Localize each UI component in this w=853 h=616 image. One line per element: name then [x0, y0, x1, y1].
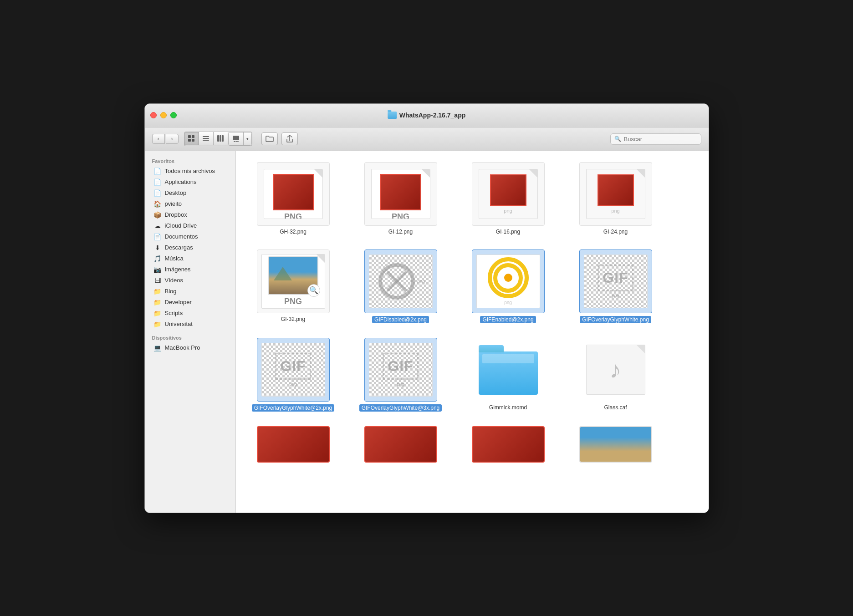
png-label: png: [397, 382, 404, 387]
file-item-partial-2[interactable]: [351, 423, 451, 466]
png-doc-icon: PNG: [371, 169, 430, 219]
file-item-partial-1[interactable]: [243, 423, 343, 466]
gif-large-text: GIF: [388, 358, 413, 375]
all-files-icon: 📄: [154, 168, 161, 175]
column-view-button[interactable]: [214, 132, 228, 145]
close-button[interactable]: [150, 112, 157, 118]
gif-overlay-3x-icon: GIF png: [369, 343, 433, 397]
action-buttons: [261, 132, 298, 145]
sidebar: Favoritos 📄 Todos mis archivos 📄 Applica…: [145, 151, 236, 513]
scripts-icon: 📁: [154, 310, 161, 317]
music-file-icon: ♪: [586, 345, 645, 395]
file-item-partial-3[interactable]: [458, 423, 558, 466]
file-item-gif-disabled[interactable]: png GIFDisabled@2x.png: [351, 246, 451, 327]
partial-thumbnail: [364, 426, 437, 463]
sidebar-item-videos[interactable]: 🎞 Vídeos: [147, 275, 234, 286]
gallery-view-button[interactable]: [229, 132, 243, 145]
file-item-gif-enabled[interactable]: png GIFEnabled@2x.png: [458, 246, 558, 327]
svg-rect-13: [237, 141, 239, 142]
title-text: WhatsApp-2.16.7_app: [399, 112, 465, 119]
search-box[interactable]: 🔍: [610, 133, 701, 145]
icon-view-button[interactable]: [184, 132, 199, 145]
file-thumbnail: GIF png: [257, 338, 330, 402]
sidebar-item-label: Imágenes: [165, 266, 191, 273]
file-name: GIFOverlayGlyphWhite@2x.png: [252, 404, 335, 412]
sidebar-item-macbook[interactable]: 💻 MacBook Pro: [147, 342, 234, 353]
gif-text: GIF: [603, 270, 628, 286]
file-item-gif-overlay-3x[interactable]: GIF png GIFOverlayGlyphWhite@3x.png: [351, 334, 451, 415]
partial-thumbnail: [257, 426, 330, 463]
finder-window: WhatsApp-2.16.7_app ‹ ›: [144, 103, 709, 513]
sidebar-item-label: Música: [165, 255, 184, 262]
svg-rect-9: [222, 135, 224, 142]
file-item-gi12[interactable]: PNG GI-12.png: [351, 158, 451, 239]
file-name: GIFDisabled@2x.png: [372, 316, 429, 323]
partial-thumbnail: [579, 426, 652, 463]
sidebar-item-dropbox[interactable]: 📦 Dropbox: [147, 209, 234, 220]
svg-rect-2: [188, 139, 191, 142]
file-thumbnail: [472, 338, 545, 402]
new-folder-button[interactable]: [261, 132, 278, 145]
fullscreen-button[interactable]: [170, 112, 177, 118]
grid-icon: [188, 135, 195, 142]
columns-icon: [217, 135, 224, 142]
sidebar-item-scripts[interactable]: 📁 Scripts: [147, 308, 234, 319]
file-item-gif-overlay-2x[interactable]: GIF png GIFOverlayGlyphWhite@2x.png: [243, 334, 343, 415]
toolbar: ‹ ›: [145, 127, 709, 151]
sidebar-item-desktop[interactable]: 📄 Desktop: [147, 188, 234, 199]
gif-dashed-frame: GIF: [275, 353, 311, 380]
file-item-gi32[interactable]: 🔍 PNG GI-32.png: [243, 246, 343, 327]
sidebar-item-blog[interactable]: 📁 Blog: [147, 286, 234, 297]
partial-thumbnail: [472, 426, 545, 463]
dropbox-icon: 📦: [154, 211, 161, 219]
svg-rect-4: [203, 136, 209, 137]
sidebar-item-icloud[interactable]: ☁ iCloud Drive: [147, 220, 234, 231]
share-button[interactable]: [281, 132, 298, 145]
svg-rect-12: [235, 141, 237, 142]
sidebar-item-developer[interactable]: 📁 Developer: [147, 297, 234, 308]
sidebar-item-applications[interactable]: 📄 Applications: [147, 177, 234, 188]
file-item-gh32[interactable]: PNG GH-32.png: [243, 158, 343, 239]
sidebar-item-descargas[interactable]: ⬇ Descargas: [147, 242, 234, 253]
list-view-button[interactable]: [199, 132, 214, 145]
file-item-gif-overlay[interactable]: GIF png GIFOverlayGlyphWhite.png: [566, 246, 666, 327]
videos-icon: 🎞: [154, 277, 161, 284]
photo-png-icon: 🔍 PNG: [261, 254, 325, 309]
sidebar-item-label: Desktop: [165, 189, 187, 196]
file-item-gi24[interactable]: png GI-24.png: [566, 158, 666, 239]
file-item-gi16[interactable]: png GI-16.png: [458, 158, 558, 239]
sidebar-item-universitat[interactable]: 📁 Universitat: [147, 319, 234, 330]
documentos-icon: 📄: [154, 233, 161, 240]
gif-overlay-2x-icon: GIF png: [261, 343, 325, 397]
gallery-dropdown-arrow[interactable]: ▾: [243, 132, 251, 145]
sidebar-item-imagenes[interactable]: 📷 Imágenes: [147, 264, 234, 275]
file-thumbnail: png: [472, 249, 545, 313]
minimize-button[interactable]: [160, 112, 167, 118]
main-content: Favoritos 📄 Todos mis archivos 📄 Applica…: [145, 151, 709, 513]
svg-rect-8: [220, 135, 221, 142]
pvieito-icon: 🏠: [154, 200, 161, 208]
file-item-partial-4[interactable]: [566, 423, 666, 466]
sidebar-item-label: Dropbox: [165, 211, 187, 218]
sidebar-item-documentos[interactable]: 📄 Documentos: [147, 231, 234, 242]
sidebar-item-musica[interactable]: 🎵 Música: [147, 253, 234, 264]
file-row-2: 🔍 PNG GI-32.png: [243, 246, 701, 327]
file-grid: PNG GH-32.png PNG GI-12.png: [236, 151, 709, 513]
gif-large-text: GIF: [280, 358, 306, 375]
file-thumbnail: png: [364, 249, 437, 313]
gif-disabled-icon: png: [369, 255, 433, 308]
png-label: png: [289, 382, 297, 387]
file-item-glass[interactable]: ♪ Glass.caf: [566, 334, 666, 415]
titlebar: WhatsApp-2.16.7_app: [145, 104, 709, 127]
view-buttons: ▾: [184, 132, 252, 146]
sidebar-item-label: Documentos: [165, 233, 198, 240]
sidebar-item-all-files[interactable]: 📄 Todos mis archivos: [147, 166, 234, 177]
gallery-icon: [232, 135, 240, 143]
search-input[interactable]: [624, 136, 697, 143]
file-name: GH-32.png: [280, 229, 306, 235]
file-item-gimmick[interactable]: Gimmick.momd: [458, 334, 558, 415]
forward-button[interactable]: ›: [166, 134, 179, 144]
musica-icon: 🎵: [154, 255, 161, 262]
sidebar-item-pvieito[interactable]: 🏠 pvieito: [147, 199, 234, 209]
back-button[interactable]: ‹: [152, 134, 165, 144]
